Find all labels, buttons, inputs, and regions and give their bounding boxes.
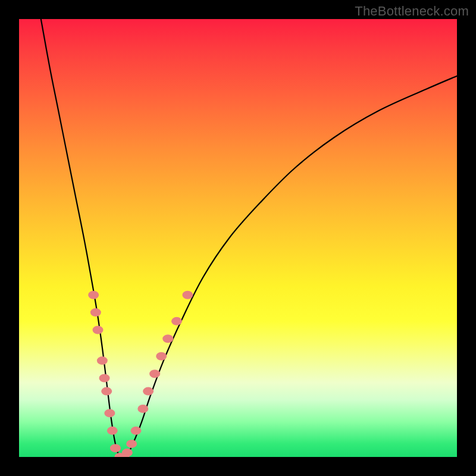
- marker-point: [126, 440, 137, 448]
- marker-point: [182, 291, 193, 299]
- curve-svg: [19, 19, 457, 457]
- plot-area: [19, 19, 457, 457]
- marker-point: [90, 308, 101, 317]
- marker-point: [171, 317, 182, 325]
- marker-point: [104, 409, 115, 417]
- marker-point: [99, 374, 110, 383]
- marker-point: [149, 369, 160, 378]
- marker-point: [101, 387, 112, 396]
- marker-point: [137, 405, 148, 413]
- chart-frame: TheBottleneck.com: [0, 0, 476, 476]
- marker-point: [162, 334, 173, 343]
- marker-point: [156, 352, 167, 361]
- marker-point: [110, 444, 121, 452]
- marker-group: [88, 291, 193, 457]
- marker-point: [92, 326, 103, 334]
- watermark-text: TheBottleneck.com: [355, 4, 469, 19]
- marker-point: [122, 449, 133, 457]
- marker-point: [131, 427, 142, 435]
- marker-point: [97, 356, 108, 365]
- marker-point: [107, 427, 118, 435]
- marker-point: [143, 387, 154, 396]
- marker-point: [88, 291, 99, 299]
